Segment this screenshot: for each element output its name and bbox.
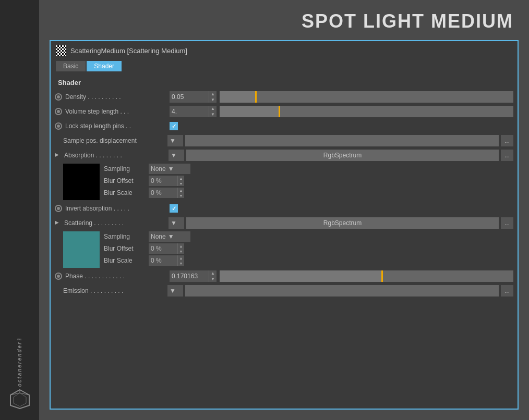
tab-shader[interactable]: Shader xyxy=(87,61,122,71)
absorption-blur-scale-up[interactable]: ▲ xyxy=(178,188,184,193)
volume-step-slider[interactable] xyxy=(220,106,513,117)
scattering-dropdown[interactable]: ▼ xyxy=(169,217,184,229)
absorption-blur-scale-down[interactable]: ▼ xyxy=(178,193,184,198)
scattering-blur-offset-row: Blur Offset ▲ ▼ xyxy=(104,243,513,254)
scattering-blur-scale-down[interactable]: ▼ xyxy=(178,261,184,266)
phase-slider-marker xyxy=(381,270,383,282)
octane-logo-text: octanerender™ xyxy=(17,335,22,387)
absorption-blur-scale-arrows: ▲ ▼ xyxy=(177,188,184,198)
sample-disp-ellipsis[interactable]: ... xyxy=(501,135,513,146)
scattering-spectrum: RgbSpectrum xyxy=(186,217,499,229)
sample-disp-row: Sample pos. displacement ▼ ... xyxy=(51,133,518,148)
absorption-blur-scale-row: Blur Scale ▲ ▼ xyxy=(104,188,513,198)
scattering-ellipsis[interactable]: ... xyxy=(501,217,513,229)
absorption-blur-offset-arrows: ▲ ▼ xyxy=(177,176,184,186)
absorption-blur-offset-up[interactable]: ▲ xyxy=(178,176,184,181)
phase-num-group: ▲ ▼ xyxy=(170,270,217,282)
scattering-sampling-dropdown[interactable]: None ▼ xyxy=(149,231,190,242)
emission-dropdown[interactable]: ▼ xyxy=(167,285,183,297)
sample-disp-label: Sample pos. displacement xyxy=(63,137,167,144)
scattering-dropdown-arrow: ▼ xyxy=(171,219,177,227)
absorption-sampling-arrow: ▼ xyxy=(168,165,174,172)
absorption-blur-offset-label: Blur Offset xyxy=(104,177,146,184)
scattering-blur-scale-input[interactable] xyxy=(149,255,177,266)
page-title: SPOT LIGHT MEDIUM xyxy=(55,10,513,32)
scattering-blur-scale-up[interactable]: ▲ xyxy=(178,255,184,261)
scattering-sub-props: Sampling None ▼ Blur Offset ▲ ▼ xyxy=(104,231,513,266)
sample-disp-area xyxy=(185,135,499,146)
scattering-blur-offset-input[interactable] xyxy=(149,243,177,254)
density-row: Density . . . . . . . . . . ▲ ▼ xyxy=(51,90,518,104)
sample-disp-dropdown[interactable]: ▼ xyxy=(167,135,183,146)
scattering-sampling-row: Sampling None ▼ xyxy=(104,231,513,242)
scattering-swatch-row: Sampling None ▼ Blur Offset ▲ ▼ xyxy=(51,230,518,269)
emission-dropdown-arrow: ▼ xyxy=(170,287,176,294)
phase-row: Phase . . . . . . . . . . . . ▲ ▼ xyxy=(51,269,518,283)
scattering-blur-offset-arrows: ▲ ▼ xyxy=(177,243,184,254)
phase-radio[interactable] xyxy=(55,273,62,280)
density-up[interactable]: ▲ xyxy=(209,91,217,97)
volume-step-input[interactable] xyxy=(170,106,209,117)
emission-area xyxy=(185,285,499,297)
scattering-label: Scattering . . . . . . . . . xyxy=(64,219,169,227)
phase-up[interactable]: ▲ xyxy=(209,270,217,276)
density-spinner: ▲ ▼ xyxy=(209,91,217,103)
volume-step-slider-marker xyxy=(279,106,280,117)
scattering-blur-offset-up[interactable]: ▲ xyxy=(178,243,184,249)
volume-step-up[interactable]: ▲ xyxy=(209,106,217,112)
lock-step-checkbox[interactable] xyxy=(170,122,178,130)
tab-basic[interactable]: Basic xyxy=(56,61,86,71)
volume-step-label: Volume step length . . . xyxy=(65,108,170,115)
absorption-blur-offset-row: Blur Offset ▲ ▼ xyxy=(104,176,513,186)
density-label: Density . . . . . . . . . . xyxy=(65,93,170,101)
absorption-blur-offset-spinner: ▲ ▼ xyxy=(149,176,184,186)
density-slider-marker xyxy=(255,91,257,103)
absorption-blur-offset-down[interactable]: ▼ xyxy=(178,181,184,186)
density-slider[interactable] xyxy=(220,91,513,103)
lock-step-label: Lock step length pins . . xyxy=(65,122,170,130)
absorption-sampling-dropdown[interactable]: None ▼ xyxy=(149,164,190,174)
emission-ellipsis[interactable]: ... xyxy=(501,285,513,297)
phase-slider-fill xyxy=(220,270,381,282)
scattering-blur-offset-down[interactable]: ▼ xyxy=(178,249,184,254)
density-radio[interactable] xyxy=(55,93,62,101)
sidebar: octanerender™ xyxy=(0,0,39,420)
invert-absorption-row: Invert absorption . . . . . xyxy=(51,201,518,216)
density-num-group: ▲ ▼ xyxy=(170,91,217,103)
scattering-expand-icon[interactable]: ▶ xyxy=(55,219,62,227)
density-down[interactable]: ▼ xyxy=(209,97,217,103)
volume-step-radio[interactable] xyxy=(55,108,62,115)
absorption-color-swatch xyxy=(63,164,100,200)
panel-title-text: ScatteringMedium [Scattering Medium] xyxy=(70,47,187,55)
absorption-blur-scale-input[interactable] xyxy=(149,188,177,198)
absorption-swatch-row: Sampling None ▼ Blur Offset ▲ ▼ xyxy=(51,163,518,201)
absorption-sub-props: Sampling None ▼ Blur Offset ▲ ▼ xyxy=(104,164,513,198)
scattering-blur-offset-label: Blur Offset xyxy=(104,245,146,252)
absorption-expand-icon[interactable]: ▶ xyxy=(55,152,62,159)
absorption-row: ▶ Absorption . . . . . . . . ▼ RgbSpectr… xyxy=(51,148,518,163)
invert-absorption-checkbox[interactable] xyxy=(170,204,178,213)
absorption-spectrum: RgbSpectrum xyxy=(186,150,499,161)
absorption-ellipsis[interactable]: ... xyxy=(501,150,513,161)
scattering-row: ▶ Scattering . . . . . . . . . ▼ RgbSpec… xyxy=(51,216,518,230)
density-input[interactable] xyxy=(170,91,209,103)
phase-input[interactable] xyxy=(170,270,209,282)
invert-absorption-radio[interactable] xyxy=(55,205,62,212)
panel-container: ScatteringMedium [Scattering Medium] Bas… xyxy=(50,40,519,410)
scattering-sampling-value: None xyxy=(151,233,166,240)
absorption-label: Absorption . . . . . . . . xyxy=(64,152,169,159)
absorption-dropdown-arrow: ▼ xyxy=(171,152,177,159)
volume-step-down[interactable]: ▼ xyxy=(209,112,217,117)
scattering-blur-scale-spinner: ▲ ▼ xyxy=(149,255,184,266)
checkered-icon xyxy=(56,45,66,56)
absorption-dropdown[interactable]: ▼ xyxy=(169,150,184,161)
sidebar-logo: octanerender™ xyxy=(9,335,30,410)
scattering-color-swatch xyxy=(63,231,100,268)
phase-down[interactable]: ▼ xyxy=(209,276,217,282)
lock-step-radio[interactable] xyxy=(55,122,62,130)
absorption-blur-offset-input[interactable] xyxy=(149,176,177,186)
scattering-sampling-arrow: ▼ xyxy=(168,233,174,240)
emission-row: Emission . . . . . . . . . . ▼ ... xyxy=(51,283,518,298)
phase-slider[interactable] xyxy=(220,270,513,282)
absorption-blur-scale-spinner: ▲ ▼ xyxy=(149,188,184,198)
